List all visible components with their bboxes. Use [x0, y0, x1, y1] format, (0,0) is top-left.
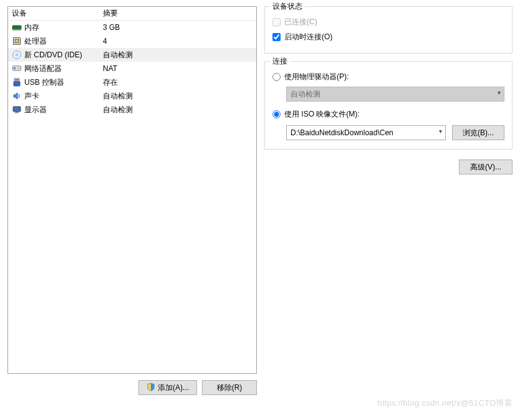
use-physical-label[interactable]: 使用物理驱动器(P): — [284, 72, 349, 82]
device-name: 内存 — [24, 22, 39, 33]
device-status-group: 设备状态 已连接(C) 启动时连接(O) — [264, 6, 513, 54]
device-row[interactable]: 网络适配器NAT — [8, 62, 256, 75]
device-summary: 存在 — [100, 77, 256, 88]
cd-icon — [12, 50, 22, 60]
usb-icon — [12, 77, 22, 87]
svg-rect-17 — [13, 107, 21, 112]
svg-rect-18 — [16, 112, 18, 113]
memory-icon — [12, 22, 22, 32]
svg-rect-14 — [14, 82, 20, 86]
device-name: USB 控制器 — [24, 77, 64, 88]
advanced-button-label: 高级(V)... — [470, 162, 501, 173]
advanced-button[interactable]: 高级(V)... — [459, 160, 513, 174]
device-summary: 3 GB — [100, 23, 256, 32]
device-summary: 4 — [100, 37, 256, 45]
device-row[interactable]: 声卡自动检测 — [8, 89, 256, 103]
device-summary: 自动检测 — [100, 105, 256, 115]
use-iso-radio[interactable] — [272, 110, 281, 118]
device-row[interactable]: USB 控制器存在 — [8, 75, 256, 89]
svg-rect-16 — [17, 79, 18, 80]
sound-icon — [12, 91, 22, 101]
svg-point-11 — [17, 68, 19, 69]
device-row[interactable]: 内存3 GB — [8, 21, 256, 34]
use-iso-label[interactable]: 使用 ISO 映像文件(M): — [284, 109, 360, 120]
cpu-icon — [12, 36, 22, 46]
connect-on-power-checkbox[interactable] — [272, 33, 281, 41]
add-button-label: 添加(A)... — [158, 383, 189, 393]
svg-rect-4 — [17, 27, 19, 29]
connection-group: 连接 使用物理驱动器(P): 使用 ISO 映像文件(M): 浏览(B).. — [264, 61, 513, 150]
device-row[interactable]: 显示器自动检测 — [8, 103, 256, 117]
device-summary: 自动检测 — [100, 91, 256, 102]
physical-drive-combo — [286, 87, 504, 102]
svg-point-12 — [19, 68, 20, 69]
use-physical-row: 使用物理驱动器(P): — [272, 69, 504, 84]
device-name: 处理器 — [24, 36, 47, 47]
device-summary: NAT — [100, 64, 256, 73]
network-icon — [12, 64, 22, 74]
add-button[interactable]: 添加(A)... — [138, 380, 197, 395]
connection-legend: 连接 — [270, 56, 290, 67]
use-iso-row: 使用 ISO 映像文件(M): — [272, 107, 504, 122]
svg-rect-10 — [14, 67, 16, 69]
connect-on-power-label[interactable]: 启动时连接(O) — [284, 32, 332, 42]
connect-on-power-row: 启动时连接(O) — [272, 29, 504, 44]
svg-rect-3 — [16, 27, 17, 29]
svg-point-8 — [16, 54, 17, 55]
connected-label: 已连接(C) — [284, 17, 317, 27]
device-name: 声卡 — [24, 91, 39, 102]
header-device[interactable]: 设备 — [8, 8, 100, 19]
connected-checkbox — [272, 18, 281, 26]
device-row[interactable]: 新 CD/DVD (IDE)自动检测 — [8, 48, 256, 62]
left-panel: 设备 摘要 内存3 GB处理器4新 CD/DVD (IDE)自动检测网络适配器N… — [7, 6, 257, 395]
svg-rect-13 — [14, 79, 19, 82]
device-summary: 自动检测 — [100, 50, 256, 60]
svg-rect-19 — [15, 113, 19, 113]
svg-rect-15 — [16, 79, 16, 80]
right-panel: 设备状态 已连接(C) 启动时连接(O) 连接 使用物理驱动器(P): — [264, 6, 513, 395]
header-summary[interactable]: 摘要 — [100, 8, 256, 19]
remove-button-label: 移除(R) — [217, 383, 243, 393]
svg-rect-6 — [15, 39, 19, 43]
left-buttons: 添加(A)... 移除(R) — [7, 380, 257, 395]
browse-button[interactable]: 浏览(B)... — [452, 125, 504, 140]
connected-row: 已连接(C) — [272, 14, 504, 29]
device-row[interactable]: 处理器4 — [8, 34, 256, 48]
svg-rect-1 — [12, 29, 21, 31]
device-name: 网络适配器 — [24, 64, 62, 74]
browse-button-label: 浏览(B)... — [463, 128, 494, 138]
device-list-header: 设备 摘要 — [8, 7, 256, 21]
svg-rect-2 — [14, 27, 15, 29]
display-icon — [12, 105, 22, 115]
remove-button[interactable]: 移除(R) — [202, 380, 257, 395]
device-status-legend: 设备状态 — [270, 1, 305, 12]
watermark: https://blog.csdn.net/x@51CTO博客 — [377, 398, 513, 409]
device-name: 新 CD/DVD (IDE) — [24, 50, 82, 60]
shield-icon — [147, 383, 155, 393]
use-physical-radio[interactable] — [272, 73, 281, 81]
device-list[interactable]: 设备 摘要 内存3 GB处理器4新 CD/DVD (IDE)自动检测网络适配器N… — [7, 6, 257, 374]
iso-path-combo[interactable] — [286, 125, 446, 140]
device-name: 显示器 — [24, 105, 47, 115]
